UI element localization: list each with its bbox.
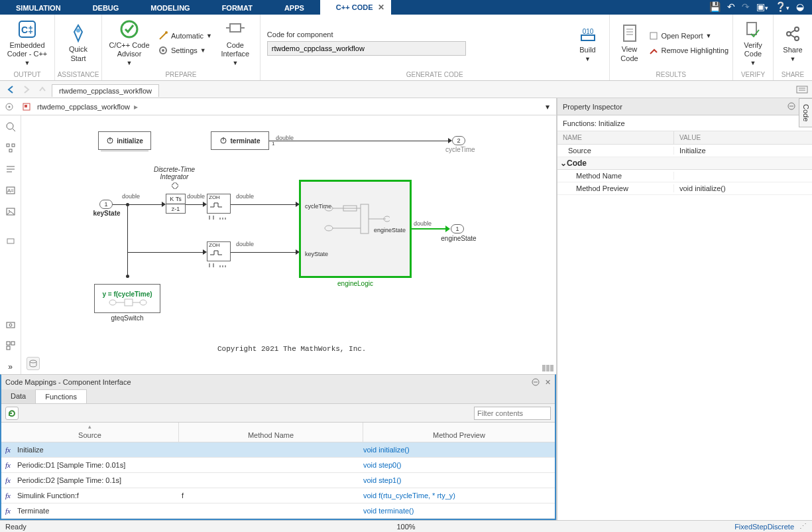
tab-modeling[interactable]: MODELING <box>135 1 205 15</box>
settings-button[interactable]: Settings ▼ <box>158 45 212 56</box>
camera-icon[interactable] <box>3 317 18 332</box>
status-solver[interactable]: FixedStepDiscrete <box>734 523 794 531</box>
enginelogic-label: engineLogic <box>326 280 384 287</box>
code-side-tab[interactable]: Code <box>799 98 812 127</box>
table-row[interactable]: fx Terminate void terminate() <box>1 503 555 519</box>
filter-input[interactable] <box>474 407 551 420</box>
table-row[interactable]: fx Periodic:D1 [Sample Time: 0.01s] void… <box>1 458 555 473</box>
nav-up-button[interactable] <box>36 83 49 96</box>
terminate-block[interactable]: terminate <box>211 131 269 150</box>
zoom-slider[interactable] <box>542 365 553 371</box>
window-icon[interactable]: ◒ <box>796 1 804 12</box>
redo-icon[interactable]: ↷ <box>742 1 750 12</box>
tab-simulation[interactable]: SIMULATION <box>0 1 77 15</box>
automatic-button[interactable]: Automatic ▼ <box>158 31 212 41</box>
view-code-button[interactable]: View Code <box>614 21 646 64</box>
table-row[interactable]: fx Initialize void initialize() <box>1 442 555 458</box>
verify-code-button[interactable]: Verify Code ▼ <box>737 17 769 68</box>
pi-row-method-name[interactable]: Method Name <box>557 170 812 182</box>
copyright: Copyright 2021 The MathWorks, Inc. <box>217 345 366 353</box>
col-source[interactable]: Source <box>78 431 101 439</box>
maximize-icon[interactable] <box>532 378 540 387</box>
command-icon[interactable]: ▣▾ <box>756 1 768 12</box>
remove-highlighting-label: Remove Highlighting <box>662 46 729 54</box>
code-interface-button[interactable]: Code Interface ▼ <box>215 17 256 68</box>
row-method-preview[interactable]: void terminate() <box>363 507 555 515</box>
image-icon[interactable] <box>3 204 18 219</box>
code-advisor-button[interactable]: C/C++ Code Advisor ▼ <box>106 17 152 68</box>
tab-data[interactable]: Data <box>1 389 35 403</box>
chevron-right-icon[interactable]: » <box>3 360 18 374</box>
model-canvas[interactable]: initialize terminate 1 double 2 cycleTim… <box>21 115 556 374</box>
library-icon[interactable] <box>3 338 18 353</box>
svg-point-41 <box>9 210 10 212</box>
integrator-block[interactable]: K Ts z-1 <box>166 194 186 214</box>
target-icon[interactable] <box>3 100 16 113</box>
tab-cpp-code[interactable]: C++ CODE ✕ <box>320 0 392 15</box>
help-icon[interactable]: ❔▾ <box>775 1 789 12</box>
zoh1-block[interactable]: ZOH <box>207 194 231 214</box>
remove-highlighting-button[interactable]: Remove Highlighting <box>648 45 729 56</box>
breadcrumb[interactable]: rtwdemo_cppclass_workflow <box>37 103 130 111</box>
row-source: Terminate <box>15 507 179 515</box>
report-icon <box>648 31 659 41</box>
close-icon[interactable]: ✕ <box>545 378 551 387</box>
share-button[interactable]: Share ▼ <box>778 22 808 64</box>
enginelogic-block[interactable]: cycleTime keyState engineState <box>300 180 411 277</box>
build-button[interactable]: 010 Build ▼ <box>571 22 605 64</box>
embedded-coder-button[interactable]: C‡ Embedded Coder - C++ ▼ <box>4 17 50 68</box>
initialize-block[interactable]: initialize <box>98 131 151 150</box>
undo-icon[interactable]: ↶ <box>727 1 735 12</box>
chevron-down-icon: ▼ <box>750 60 756 67</box>
chevron-down-icon: ▼ <box>127 60 133 67</box>
tab-debug[interactable]: DEBUG <box>77 1 135 15</box>
keyboard-icon[interactable] <box>796 86 808 94</box>
tab-apps[interactable]: APPS <box>268 1 320 15</box>
close-icon[interactable]: ✕ <box>378 3 384 12</box>
save-icon[interactable]: 💾 <box>709 1 721 12</box>
col-method-preview[interactable]: Method Preview <box>363 423 555 442</box>
sim-function-block[interactable]: y = f(cycleTime) <box>94 284 160 313</box>
zoh2-block[interactable]: ZOH <box>207 241 231 261</box>
pi-source-label: Source <box>557 147 674 155</box>
tab-functions[interactable]: Functions <box>35 389 87 403</box>
inport-keystate[interactable]: 1 <box>99 200 113 209</box>
rect-icon[interactable] <box>3 233 18 248</box>
svg-rect-45 <box>7 342 10 345</box>
zoom-fit-icon[interactable] <box>3 119 18 134</box>
expand-icon[interactable]: ▾ <box>546 102 550 111</box>
row-method-preview[interactable]: void step0() <box>363 461 555 469</box>
col-method-name[interactable]: Method Name <box>179 423 363 442</box>
results-col: Open Report ▼ Remove Highlighting <box>648 31 729 56</box>
nav-forward-button[interactable] <box>20 83 33 96</box>
open-report-button[interactable]: Open Report ▼ <box>648 31 729 41</box>
svg-rect-17 <box>747 23 756 34</box>
justify-icon[interactable] <box>3 162 18 176</box>
quick-start-button[interactable]: Quick Start <box>59 21 97 64</box>
pi-section-code-label: Code <box>567 159 587 168</box>
show-hide-panel-button[interactable] <box>27 357 40 370</box>
maximize-icon[interactable] <box>787 102 795 111</box>
refresh-button[interactable] <box>5 407 19 420</box>
model-tab[interactable]: rtwdemo_cppclass_workflow <box>52 84 159 97</box>
chevron-right-icon[interactable]: ▸ <box>134 102 138 111</box>
outport-enginestate[interactable]: 1 <box>451 224 464 233</box>
pi-row-method-preview: Method Preview void initialize() <box>557 182 812 195</box>
status-zoom[interactable]: 100% <box>396 523 415 531</box>
code-component-input[interactable] <box>267 41 466 56</box>
row-method-preview[interactable]: void step1() <box>363 476 555 484</box>
row-method-name[interactable]: f <box>179 492 363 499</box>
table-row[interactable]: fx Periodic:D2 [Sample Time: 0.1s] void … <box>1 473 555 488</box>
outport-cycletime[interactable]: 2 <box>452 136 465 145</box>
table-row[interactable]: fx Simulink Function:f f void f(rtu_cycl… <box>1 488 555 503</box>
row-method-preview[interactable]: void f(rtu_cycleTime, * rty_y) <box>363 492 555 499</box>
integrator-num: K Ts <box>166 194 185 204</box>
nav-back-button[interactable] <box>4 83 17 96</box>
pi-section-code[interactable]: ⌄Code <box>557 157 812 170</box>
row-method-preview[interactable]: void initialize() <box>363 446 555 454</box>
resize-handle-icon[interactable]: ⋰ <box>799 522 807 531</box>
tab-format[interactable]: FORMAT <box>206 1 268 15</box>
tree-icon[interactable] <box>3 141 18 155</box>
annotation-icon[interactable]: A≡ <box>3 183 18 198</box>
main-area: rtwdemo_cppclass_workflow ▸ ▾ A≡ » <box>0 98 812 520</box>
